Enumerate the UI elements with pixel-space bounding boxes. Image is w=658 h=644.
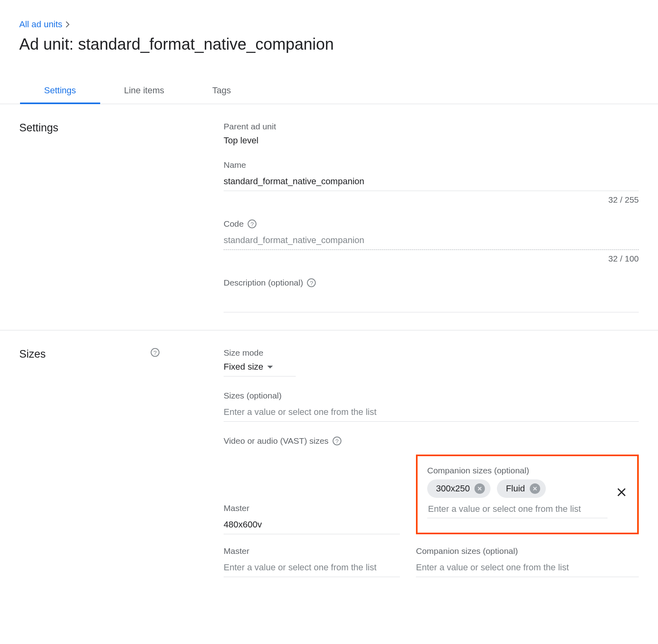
tabs: Settings Line items Tags bbox=[0, 77, 658, 104]
name-input[interactable] bbox=[224, 174, 639, 191]
help-icon[interactable]: ? bbox=[151, 348, 159, 357]
settings-section: Settings Parent ad unit Top level Name 3… bbox=[0, 104, 658, 330]
chip-label: 300x250 bbox=[436, 483, 470, 494]
sizes-optional-label: Sizes (optional) bbox=[224, 391, 639, 400]
sizes-title: Sizes bbox=[19, 348, 46, 360]
chip-300x250: 300x250 bbox=[427, 479, 490, 498]
help-icon[interactable]: ? bbox=[248, 219, 256, 228]
chip-fluid: Fluid bbox=[497, 479, 546, 498]
companion-input[interactable] bbox=[416, 560, 639, 577]
help-icon[interactable]: ? bbox=[307, 278, 316, 287]
chevron-down-icon bbox=[267, 366, 273, 368]
description-label: Description (optional) ? bbox=[224, 278, 639, 288]
master-input[interactable] bbox=[224, 560, 400, 577]
sizes-section: Sizes ? Size mode Fixed size Sizes (opti… bbox=[0, 330, 658, 595]
chevron-right-icon bbox=[66, 21, 70, 28]
tab-tags[interactable]: Tags bbox=[188, 77, 255, 104]
tab-line-items[interactable]: Line items bbox=[100, 77, 188, 104]
sizes-input[interactable] bbox=[224, 405, 639, 422]
master-input[interactable] bbox=[224, 517, 400, 534]
vast-sizes-label: Video or audio (VAST) sizes ? bbox=[224, 436, 639, 446]
code-counter: 32 / 100 bbox=[224, 254, 639, 264]
size-mode-select[interactable]: Fixed size bbox=[224, 362, 296, 376]
size-mode-label: Size mode bbox=[224, 348, 639, 358]
parent-ad-unit-label: Parent ad unit bbox=[224, 122, 639, 131]
breadcrumb-parent-link[interactable]: All ad units bbox=[19, 19, 63, 30]
code-label: Code ? bbox=[224, 219, 639, 229]
help-icon[interactable]: ? bbox=[333, 437, 341, 445]
tab-settings[interactable]: Settings bbox=[20, 77, 100, 104]
name-counter: 32 / 255 bbox=[224, 195, 639, 205]
companion-label: Companion sizes (optional) bbox=[427, 466, 608, 475]
code-input bbox=[224, 233, 639, 250]
page-title: Ad unit: standard_format_native_companio… bbox=[19, 35, 639, 53]
master-label: Master bbox=[224, 546, 400, 556]
companion-highlight: Companion sizes (optional) 300x250 bbox=[416, 455, 639, 534]
name-label: Name bbox=[224, 160, 639, 170]
companion-input[interactable] bbox=[427, 503, 608, 515]
chip-remove-icon[interactable] bbox=[474, 483, 485, 494]
master-label: Master bbox=[224, 503, 400, 513]
remove-row-button[interactable] bbox=[616, 486, 628, 498]
settings-title: Settings bbox=[19, 122, 59, 134]
parent-ad-unit-value: Top level bbox=[224, 135, 639, 146]
companion-label: Companion sizes (optional) bbox=[416, 546, 639, 556]
chip-label: Fluid bbox=[506, 483, 525, 494]
breadcrumb: All ad units bbox=[19, 19, 639, 30]
description-input[interactable] bbox=[224, 292, 639, 312]
chip-remove-icon[interactable] bbox=[530, 483, 540, 494]
